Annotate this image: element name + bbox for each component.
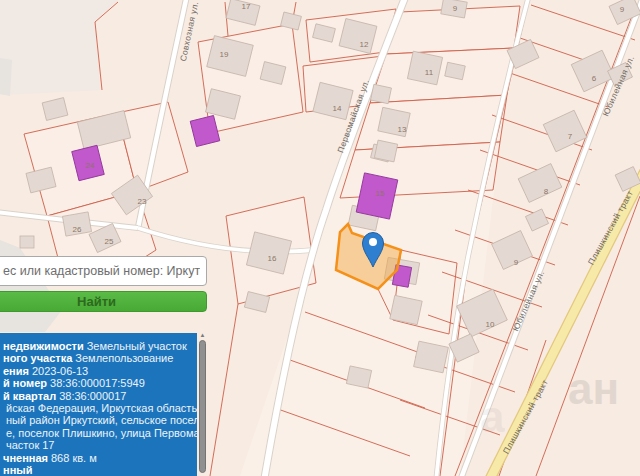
- parcel-number: 15: [376, 189, 385, 198]
- building: [390, 295, 422, 324]
- scroll-up-icon[interactable]: ▲: [197, 331, 208, 339]
- watermark: ан: [568, 364, 619, 413]
- info-row: ного участкаЗемлепользование: [3, 352, 195, 364]
- parcel-number: 24: [86, 161, 95, 170]
- scrollbar-thumb[interactable]: [199, 340, 206, 473]
- info-row: й номер38:36:000017:5949: [3, 377, 195, 389]
- building: [371, 84, 392, 103]
- info-row: ный район Иркутский, сельское поселение: [3, 414, 195, 426]
- building: [20, 236, 34, 248]
- parcel-number: 16: [268, 254, 277, 263]
- info-row: нный: [3, 464, 195, 476]
- parcel-number: 8: [544, 187, 549, 196]
- info-panel: недвижимостиЗемельный участок ного участ…: [0, 333, 197, 476]
- parcel-number: 19: [220, 50, 229, 59]
- find-button[interactable]: Найти: [0, 291, 207, 312]
- parcel-number: 14: [333, 104, 342, 113]
- building: [374, 140, 397, 162]
- parcel-number: 26: [73, 225, 82, 234]
- building: [414, 341, 449, 373]
- info-row: недвижимостиЗемельный участок: [3, 340, 195, 352]
- parcel-number: 17: [242, 2, 251, 11]
- search-input[interactable]: [0, 257, 206, 285]
- info-row: чненная868 кв. м: [3, 452, 195, 464]
- parcel-number: 9: [620, 5, 625, 14]
- parcel-number: 11: [425, 68, 434, 77]
- gray-zone: [0, 58, 12, 96]
- parcel-number: 9: [453, 4, 458, 13]
- parcel-number: 7: [568, 132, 573, 141]
- parcel-number: 9: [514, 258, 519, 267]
- info-row: е, поселок Плишкино, улица Первомайская,: [3, 427, 195, 439]
- info-row: й квартал38:36:000017: [3, 390, 195, 402]
- info-row: ения2023-06-13: [3, 365, 195, 377]
- info-row: йская Федерация, Иркутская область,: [3, 402, 195, 414]
- parcel-number: 12: [360, 40, 369, 49]
- parcel-number: 10: [486, 320, 495, 329]
- parcel-number: 13: [398, 125, 407, 134]
- info-row: часток 17: [3, 439, 195, 451]
- watermark: а: [480, 392, 505, 441]
- parcel-number: 23: [138, 197, 147, 206]
- parcel-number: 25: [105, 237, 114, 246]
- panel-scrollbar[interactable]: ▲: [197, 331, 208, 476]
- parcel-number: 6: [592, 74, 597, 83]
- search-box: [0, 256, 207, 286]
